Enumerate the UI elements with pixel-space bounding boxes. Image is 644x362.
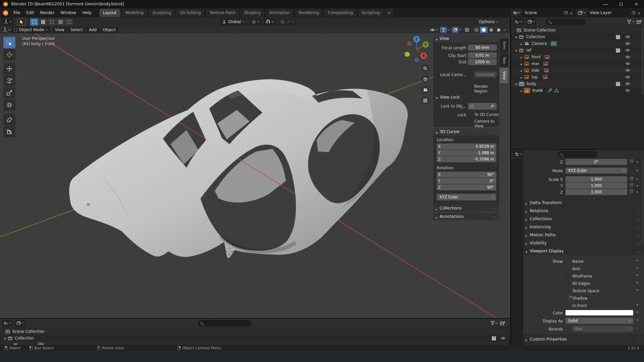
cursor-loc-z-field[interactable]: Z-0.7096 m <box>437 156 496 162</box>
collections-grip-icon[interactable] <box>492 205 497 212</box>
bottom-outliner-row-partial[interactable] <box>0 342 510 345</box>
panel-motion-paths[interactable]: Motion Paths <box>523 231 644 239</box>
disclosure-icon[interactable] <box>521 88 522 93</box>
proportional-editing-dropdown[interactable] <box>278 18 297 25</box>
outliner-row-collection[interactable]: Collection <box>511 34 644 40</box>
select-mode-invert-button[interactable] <box>56 18 64 25</box>
outliner-row-scene-collection[interactable]: Scene Collection <box>511 27 644 34</box>
show-shadow-checkbox[interactable] <box>569 295 570 302</box>
zoom-button[interactable] <box>421 64 429 72</box>
animate-dot[interactable] <box>637 289 638 291</box>
scale-x-field[interactable]: 1.000 <box>566 176 627 182</box>
menu-window[interactable]: Window <box>57 8 79 17</box>
cursor-collapse-icon[interactable] <box>436 129 437 135</box>
show-object-types-dropdown[interactable] <box>430 28 438 32</box>
pan-hand-button[interactable] <box>421 75 429 83</box>
bottom-outliner-filter-id-dropdown[interactable] <box>15 320 25 326</box>
local-camera-field[interactable]: Camera <box>474 71 497 77</box>
display-as-dropdown[interactable]: Solid <box>566 318 633 324</box>
workspace-tab-shading[interactable]: Shading <box>240 9 264 17</box>
maximize-button[interactable] <box>613 0 629 8</box>
outliner-row-rear[interactable]: rear <box>511 60 644 67</box>
editor-type-dropdown[interactable] <box>1 27 12 32</box>
active-tool-dropdown[interactable] <box>2 18 13 25</box>
new-view-layer-icon[interactable] <box>632 11 636 15</box>
select-mode-extend-button[interactable] <box>39 18 47 25</box>
panel-visibility[interactable]: Visibility <box>523 239 644 247</box>
disclosure-icon[interactable] <box>515 35 517 39</box>
viewport-menu-add[interactable]: Add <box>87 27 99 33</box>
outliner-search-input[interactable] <box>546 19 586 25</box>
outliner-row-body[interactable]: body <box>511 80 644 87</box>
shading-wireframe-button[interactable] <box>473 27 480 33</box>
workspace-tab-modeling[interactable]: Modeling <box>122 9 148 17</box>
workspace-tab-rendering[interactable]: Rendering <box>295 9 323 17</box>
outliner-row-side[interactable]: side <box>511 67 644 74</box>
animate-dot[interactable] <box>637 275 638 276</box>
outliner-row-ref[interactable]: ref <box>511 47 644 54</box>
tool-rotate[interactable] <box>3 75 15 86</box>
snap-dropdown[interactable] <box>264 18 276 25</box>
hide-eye-icon[interactable] <box>625 55 630 59</box>
animate-dot[interactable] <box>637 267 638 268</box>
gizmo-neg-z-axis[interactable] <box>414 58 419 62</box>
viewport-menu-view[interactable]: View <box>53 27 67 33</box>
scale-y-field[interactable]: 1.000 <box>566 183 627 189</box>
select-mode-subtract-button[interactable] <box>48 18 56 25</box>
panel-collections[interactable]: Collections <box>523 215 644 223</box>
object-color-swatch[interactable] <box>566 310 633 315</box>
hide-eye-icon[interactable] <box>625 82 630 85</box>
local-camera-checkbox[interactable] <box>468 71 469 78</box>
outliner-scrollbar[interactable] <box>642 27 643 95</box>
render-region-checkbox[interactable] <box>469 83 470 90</box>
navigation-gizmo[interactable]: Z Y X <box>405 36 429 62</box>
minimize-button[interactable]: — <box>598 0 613 8</box>
shading-rendered-button[interactable] <box>495 27 502 33</box>
ortho-toggle-button[interactable] <box>421 97 429 105</box>
clip-start-field[interactable]: 0.01 m <box>468 52 497 58</box>
hide-eye-icon[interactable] <box>500 337 505 340</box>
hide-eye-icon[interactable] <box>625 42 630 45</box>
active-tool-preview-button[interactable] <box>17 18 26 25</box>
disclosure-icon[interactable] <box>521 68 522 73</box>
tool-measure[interactable] <box>3 126 15 137</box>
disclosure-icon[interactable] <box>515 81 517 86</box>
clear-camera-icon[interactable] <box>491 72 494 77</box>
animate-dot[interactable] <box>637 161 638 163</box>
scale-z-field[interactable]: 1.000 <box>566 189 627 195</box>
show-all-edges-checkbox[interactable] <box>568 280 568 287</box>
animate-dot[interactable] <box>637 170 638 171</box>
disclosure-icon[interactable] <box>521 61 522 66</box>
viewport-menu-object[interactable]: Object <box>100 27 118 33</box>
animate-dot[interactable] <box>637 319 638 321</box>
hide-eye-icon[interactable] <box>625 89 630 92</box>
eyedropper-icon[interactable] <box>490 104 494 108</box>
panel-custom-properties[interactable]: Custom Properties <box>523 335 644 343</box>
menu-edit[interactable]: Edit <box>23 8 37 17</box>
lock-icon[interactable] <box>630 178 633 180</box>
cursor-rot-x-field[interactable]: X90° <box>437 172 496 178</box>
disclosure-icon[interactable] <box>515 48 517 53</box>
show-axis-checkbox[interactable] <box>566 265 567 273</box>
lock-icon[interactable] <box>630 161 633 163</box>
shading-solid-button[interactable] <box>480 27 487 33</box>
workspace-tab-animation[interactable]: Animation <box>266 9 293 17</box>
outliner-row-top[interactable]: top <box>511 74 644 80</box>
collection-checkbox[interactable] <box>492 336 496 341</box>
shading-material-button[interactable] <box>487 27 495 33</box>
gizmos-dropdown[interactable] <box>440 27 449 33</box>
select-mode-intersect-button[interactable] <box>65 18 73 25</box>
tool-annotate[interactable] <box>3 114 15 125</box>
collection-checkbox[interactable] <box>616 48 620 53</box>
outliner-row-front[interactable]: front <box>511 54 644 60</box>
select-mode-set-button[interactable] <box>30 18 38 25</box>
tool-cursor[interactable] <box>3 49 15 60</box>
outliner-display-mode-dropdown[interactable] <box>513 18 524 25</box>
collections-panel-header[interactable]: Collections <box>433 204 499 212</box>
scene-browse-button[interactable] <box>511 9 522 16</box>
disclosure-icon[interactable] <box>521 41 522 46</box>
lock-to-object-field[interactable] <box>468 103 497 110</box>
annotations-grip-icon[interactable] <box>492 214 497 220</box>
camera-view-button[interactable] <box>421 86 429 94</box>
n-panel-tab-item[interactable]: Item <box>500 38 508 53</box>
